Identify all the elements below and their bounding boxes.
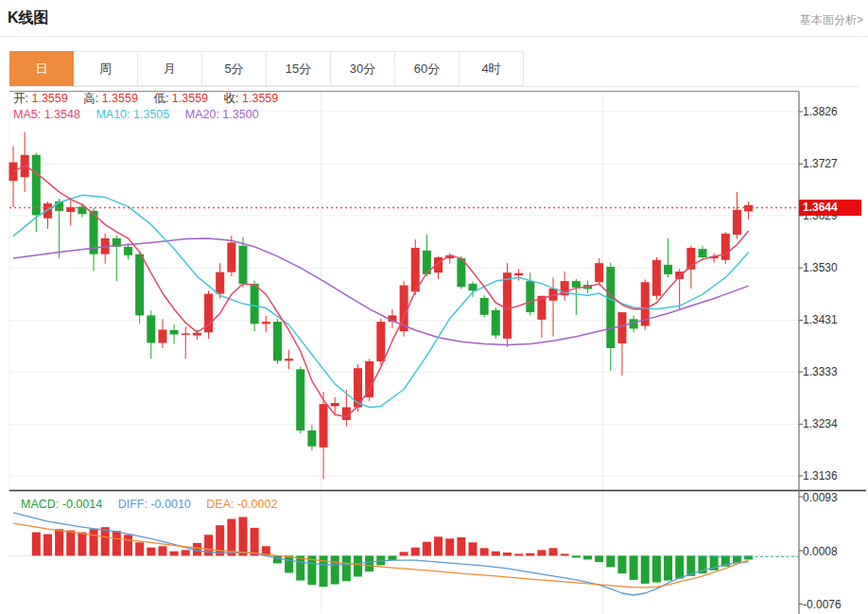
macd-bar <box>537 550 546 555</box>
price-axis-tick: 1.3136 <box>803 469 838 482</box>
candle-body <box>193 333 201 336</box>
macd-bar <box>572 555 581 557</box>
candle-body <box>32 155 41 216</box>
macd-bar <box>445 538 454 555</box>
ma20-label: MA20: <box>185 108 219 121</box>
tab-period-6[interactable]: 60分 <box>395 51 460 86</box>
macd-bar <box>55 529 63 555</box>
macd-bar <box>32 533 41 556</box>
macd-bar <box>365 555 373 571</box>
macd-label: MACD: <box>21 498 59 511</box>
macd-bar <box>561 553 569 555</box>
price-axis-tick: 1.3431 <box>803 313 838 326</box>
candle-body <box>699 249 707 257</box>
candle-body <box>652 260 661 296</box>
ma20-value: 1.3500 <box>222 108 258 121</box>
macd-bar <box>630 555 638 579</box>
high-value: 1.3559 <box>102 92 138 105</box>
dea-value: -0.0002 <box>237 498 277 511</box>
low-label: 低: <box>153 92 168 105</box>
fundamental-analysis-link[interactable]: 基本面分析> <box>800 12 863 28</box>
period-tab-bar: 日周月5分15分30分60分4时 <box>9 51 859 87</box>
macd-value: -0.0014 <box>62 498 102 511</box>
macd-bar <box>595 555 603 562</box>
macd-bar <box>434 536 443 555</box>
macd-bar <box>503 553 512 555</box>
ma5-line <box>13 166 749 417</box>
candle-body <box>469 284 477 290</box>
macd-axis-tick: -0.0076 <box>803 598 842 611</box>
macd-bar <box>492 552 500 556</box>
candle-body <box>124 247 132 255</box>
candle-body <box>664 265 672 274</box>
macd-bar <box>43 535 52 556</box>
macd-bar <box>526 553 534 556</box>
tab-period-4[interactable]: 15分 <box>267 51 331 86</box>
macd-bar <box>113 531 121 555</box>
macd-bar <box>296 555 304 580</box>
ma10-value: 1.3505 <box>133 108 169 121</box>
candle-body <box>572 281 581 288</box>
candle-body <box>733 210 741 235</box>
ma-legend: MA5: 1.3548 MA10: 1.3505 MA20: 1.3500 <box>13 108 271 121</box>
macd-bar <box>285 555 293 572</box>
macd-axis-tick: 0.0008 <box>803 545 838 558</box>
macd-bar <box>66 531 75 556</box>
macd-bar <box>457 537 465 555</box>
candle-body <box>595 263 603 282</box>
ma-lines <box>13 166 749 417</box>
macd-bar <box>549 548 558 555</box>
candle-body <box>503 272 512 339</box>
macd-bar <box>147 548 155 556</box>
macd-histogram[interactable] <box>32 517 753 587</box>
candle-body <box>170 330 179 334</box>
macd-bar <box>239 517 248 555</box>
candle-body <box>239 246 248 284</box>
macd-bar <box>273 555 282 563</box>
macd-bar <box>675 555 684 578</box>
low-value: 1.3559 <box>172 92 208 105</box>
candle-body <box>480 298 489 315</box>
diff-value: -0.0010 <box>150 498 190 511</box>
macd-bar <box>331 555 339 584</box>
candle-body <box>526 281 534 312</box>
macd-bar <box>342 555 351 581</box>
macd-bar <box>354 555 362 576</box>
candle-body <box>251 284 259 324</box>
page-title: K线图 <box>8 9 49 28</box>
candle-body <box>216 272 224 294</box>
macd-bar <box>90 529 98 555</box>
macd-bar <box>423 542 431 556</box>
tab-period-0[interactable]: 日 <box>9 51 74 86</box>
tab-period-1[interactable]: 周 <box>74 51 138 86</box>
candle-body <box>273 322 282 360</box>
close-label: 收: <box>224 92 239 105</box>
macd-bar <box>124 535 132 555</box>
tab-period-7[interactable]: 4时 <box>460 51 524 86</box>
candle-body <box>307 430 316 447</box>
diff-line <box>13 513 749 595</box>
macd-bar <box>101 527 110 555</box>
ma5-label: MA5: <box>13 108 41 121</box>
candle-body <box>158 329 166 342</box>
candles[interactable] <box>9 132 754 480</box>
close-value: 1.3559 <box>242 92 278 105</box>
price-axis-tick: 1.3727 <box>803 157 838 170</box>
price-axis-tick: 1.3826 <box>803 105 838 118</box>
tab-period-2[interactable]: 月 <box>138 51 202 86</box>
price-axis-tick: 1.3333 <box>803 365 838 378</box>
candle-body <box>320 404 328 447</box>
macd-bar <box>652 555 661 582</box>
price-axis-tick: 1.3234 <box>803 417 838 430</box>
macd-bar <box>251 528 259 556</box>
tab-period-3[interactable]: 5分 <box>202 51 267 86</box>
macd-bar <box>78 533 86 556</box>
candle-body <box>606 267 615 348</box>
candle-body <box>227 242 235 272</box>
price-axis-tick: 1.3530 <box>803 261 838 274</box>
high-label: 高: <box>83 92 98 105</box>
dea-label: DEA: <box>206 498 234 511</box>
macd-bar <box>514 553 523 555</box>
tab-period-5[interactable]: 30分 <box>331 51 395 86</box>
candle-body <box>492 310 500 336</box>
